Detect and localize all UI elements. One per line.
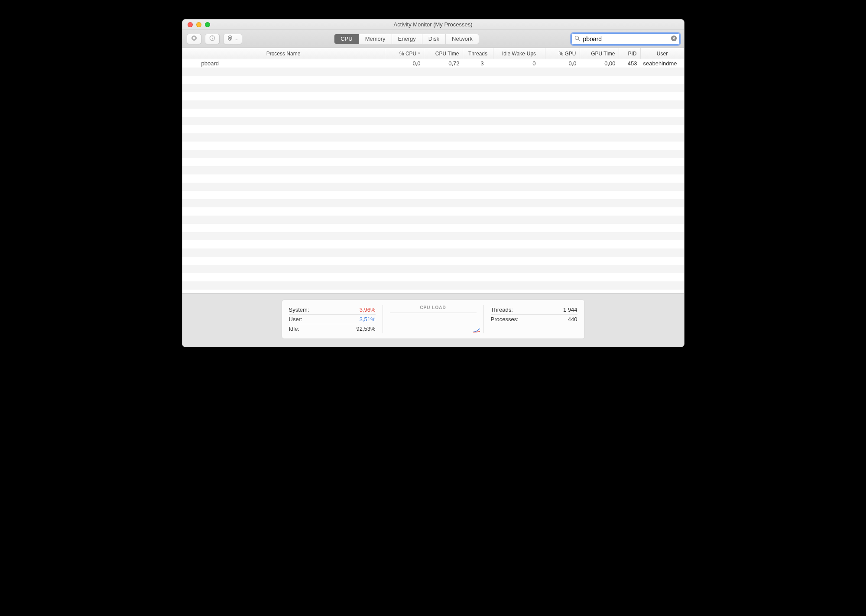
sort-asc-icon: ^ (418, 52, 420, 56)
titlebar: Activity Monitor (My Processes) (182, 19, 684, 30)
tab-disk[interactable]: Disk (422, 34, 446, 44)
footer: System:3,96% User:3,51% Idle:92,53% CPU … (182, 293, 684, 347)
table-row (182, 158, 684, 166)
tab-energy[interactable]: Energy (392, 34, 422, 44)
table-row (182, 84, 684, 92)
process-table[interactable]: pboard0,00,72300,00,00453seabehindme (182, 59, 684, 293)
window-controls (182, 22, 210, 27)
col-cpu[interactable]: % CPU^ (385, 48, 424, 59)
table-row (182, 109, 684, 117)
cell-cputime: 0,72 (424, 60, 463, 67)
info-icon (209, 35, 215, 42)
table-row[interactable]: pboard0,00,72300,00,00453seabehindme (182, 59, 684, 68)
svg-point-6 (575, 36, 578, 39)
cpu-load-sparkline-icon (473, 327, 480, 332)
col-threads[interactable]: Threads (463, 48, 493, 59)
table-row (182, 142, 684, 150)
table-row (182, 150, 684, 158)
cpu-usage-stats: System:3,96% User:3,51% Idle:92,53% (282, 305, 383, 333)
processes-label: Processes: (491, 316, 519, 323)
tab-network[interactable]: Network (446, 34, 479, 44)
table-row (182, 183, 684, 191)
cpu-load-chart: CPU LOAD (383, 305, 484, 333)
cell-gpu: 0,0 (545, 60, 580, 67)
search-field-wrap (571, 33, 680, 45)
threads-value: 1 944 (563, 306, 577, 313)
count-stats: Threads:1 944 Processes:440 (484, 305, 584, 333)
table-row (182, 191, 684, 199)
tab-segment: CPU Memory Energy Disk Network (334, 34, 479, 44)
user-value: 3,51% (360, 316, 376, 323)
table-row (182, 92, 684, 100)
zoom-window-button[interactable] (205, 22, 210, 27)
stats-card: System:3,96% User:3,51% Idle:92,53% CPU … (282, 300, 585, 339)
toolbar: ⌄ CPU Memory Energy Disk Network (182, 30, 684, 48)
cell-cpu: 0,0 (385, 60, 424, 67)
col-pid[interactable]: PID (619, 48, 641, 59)
table-row (182, 166, 684, 174)
table-row (182, 248, 684, 257)
search-icon (574, 35, 580, 42)
chevron-down-icon: ⌄ (235, 37, 238, 41)
activity-monitor-window: Activity Monitor (My Processes) ⌄ CPU Me… (182, 19, 684, 347)
table-row (182, 100, 684, 109)
table-header: Process Name % CPU^ CPU Time Threads Idl… (182, 48, 684, 59)
table-row (182, 68, 684, 76)
close-window-button[interactable] (188, 22, 193, 27)
col-gpu-time[interactable]: GPU Time (580, 48, 619, 59)
col-idle-wakeups[interactable]: Idle Wake-Ups (493, 48, 545, 59)
table-row (182, 281, 684, 290)
table-row (182, 133, 684, 142)
cell-user: seabehindme (641, 60, 684, 67)
table-row (182, 232, 684, 240)
cell-wake: 0 (493, 60, 545, 67)
table-row (182, 273, 684, 281)
cell-threads: 3 (463, 60, 493, 67)
info-button[interactable] (205, 34, 220, 44)
cell-pid: 453 (619, 60, 641, 67)
table-row (182, 199, 684, 207)
col-gpu[interactable]: % GPU (545, 48, 580, 59)
user-label: User: (289, 316, 302, 323)
options-menu-button[interactable]: ⌄ (223, 34, 242, 44)
table-row (182, 216, 684, 224)
table-row (182, 174, 684, 183)
table-row (182, 224, 684, 232)
table-row (182, 207, 684, 216)
search-input[interactable] (571, 33, 680, 45)
minimize-window-button[interactable] (196, 22, 201, 27)
table-row (182, 125, 684, 133)
processes-value: 440 (568, 316, 577, 323)
svg-point-5 (212, 36, 213, 37)
col-process-name[interactable]: Process Name (182, 48, 385, 59)
cell-name: pboard (182, 60, 385, 67)
idle-label: Idle: (289, 326, 300, 332)
table-row (182, 257, 684, 265)
window-title: Activity Monitor (My Processes) (182, 21, 684, 28)
table-row (182, 265, 684, 273)
tab-cpu[interactable]: CPU (334, 34, 359, 44)
gear-icon (227, 35, 233, 42)
cpu-load-label: CPU LOAD (390, 305, 477, 313)
col-user[interactable]: User (641, 48, 684, 59)
idle-value: 92,53% (356, 326, 375, 332)
table-row (182, 240, 684, 248)
threads-label: Threads: (491, 306, 513, 313)
tab-memory[interactable]: Memory (359, 34, 392, 44)
svg-line-7 (578, 39, 579, 40)
clear-search-button[interactable] (671, 35, 677, 43)
cell-gputime: 0,00 (580, 60, 619, 67)
system-value: 3,96% (360, 306, 376, 313)
stop-icon (191, 35, 197, 42)
stop-process-button[interactable] (187, 34, 201, 44)
table-row (182, 76, 684, 84)
col-cpu-time[interactable]: CPU Time (424, 48, 463, 59)
table-row (182, 117, 684, 125)
system-label: System: (289, 306, 309, 313)
